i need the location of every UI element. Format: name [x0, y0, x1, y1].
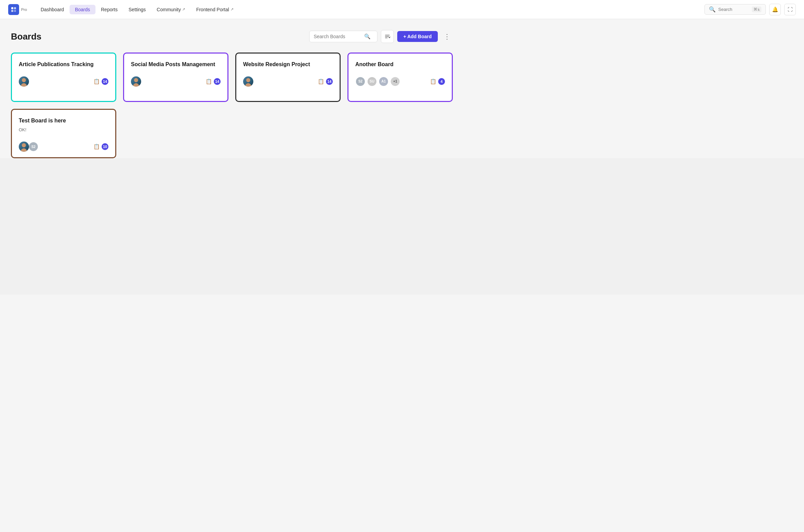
svg-rect-1	[14, 7, 16, 9]
task-icon: 📋	[93, 144, 100, 150]
global-search[interactable]: 🔍 ⌘ k	[704, 4, 766, 15]
external-link-icon: ↗	[230, 7, 234, 12]
nav-item-frontend-portal[interactable]: Frontend Portal ↗	[191, 5, 239, 14]
board-card-title: Article Publications Tracking	[19, 61, 108, 68]
task-badge: 📋 14	[318, 78, 333, 85]
avatar-su: SU	[367, 76, 377, 87]
search-boards-input[interactable]: 🔍	[309, 31, 377, 42]
board-card-title: Social Media Posts Management	[131, 61, 221, 68]
board-card-website-redesign[interactable]: Website Redesign Project 📋 14	[235, 53, 341, 102]
main-content: Boards 🔍 + Add Board ⋮ Article Publicati…	[0, 19, 464, 158]
svg-rect-2	[11, 10, 13, 12]
task-count: 10	[102, 143, 108, 150]
board-card-title: Test Board is here	[19, 117, 108, 124]
task-icon: 📋	[430, 78, 436, 85]
top-navigation: Pro Dashboard Boards Reports Settings Co…	[0, 0, 804, 19]
task-badge: 📋 14	[93, 78, 108, 85]
keyboard-shortcut: ⌘ k	[752, 6, 762, 12]
board-card-footer: S2 SU A1 +1 📋 4	[355, 76, 445, 87]
board-card-footer: 📋 14	[131, 76, 221, 87]
board-card-subtitle: OK!	[19, 127, 108, 132]
avatar-person	[19, 142, 29, 152]
nav-items: Dashboard Boards Reports Settings Commun…	[35, 5, 704, 14]
app-logo-icon	[8, 4, 19, 15]
board-card-footer: 📋 14	[19, 76, 108, 87]
board-card-social-media[interactable]: Social Media Posts Management 📋 14	[123, 53, 228, 102]
nav-item-dashboard[interactable]: Dashboard	[35, 5, 70, 14]
board-card-footer: S2 📋 10	[19, 142, 108, 152]
board-card-article-publications[interactable]: Article Publications Tracking 📋 14	[11, 53, 116, 102]
task-badge: 📋 4	[430, 78, 445, 85]
add-board-button[interactable]: + Add Board	[397, 31, 438, 42]
boards-grid: Article Publications Tracking 📋 14 Socia…	[11, 53, 453, 158]
avatar-s2: S2	[355, 76, 366, 87]
nav-item-reports[interactable]: Reports	[95, 5, 123, 14]
board-card-footer: 📋 14	[243, 76, 333, 87]
task-count: 4	[438, 78, 445, 85]
board-card-title: Website Redesign Project	[243, 61, 333, 68]
avatar-group: S2	[19, 142, 39, 152]
avatar-group	[131, 76, 141, 87]
task-icon: 📋	[93, 78, 100, 85]
notifications-button[interactable]: 🔔	[769, 4, 781, 15]
avatar-a1: A1	[378, 76, 389, 87]
search-boards-field[interactable]	[314, 34, 361, 39]
task-count: 14	[214, 78, 221, 85]
avatar-group	[19, 76, 29, 87]
more-options-button[interactable]: ⋮	[441, 31, 453, 42]
bottom-area	[0, 158, 804, 295]
task-badge: 📋 10	[93, 143, 108, 150]
avatar	[131, 76, 141, 87]
search-input[interactable]	[718, 7, 749, 12]
avatar	[19, 76, 29, 87]
task-count: 14	[326, 78, 333, 85]
avatar-group	[243, 76, 253, 87]
task-count: 14	[102, 78, 108, 85]
search-icon: 🔍	[709, 6, 716, 13]
nav-right-actions: 🔍 ⌘ k 🔔 ⛶	[704, 4, 796, 15]
search-boards-icon: 🔍	[364, 33, 371, 40]
svg-rect-3	[14, 10, 16, 12]
task-icon: 📋	[318, 78, 324, 85]
nav-item-community[interactable]: Community ↗	[151, 5, 191, 14]
logo-pro-label: Pro	[21, 8, 27, 12]
avatar-extra: +1	[390, 76, 400, 87]
external-link-icon: ↗	[182, 7, 185, 12]
fullscreen-button[interactable]: ⛶	[784, 4, 796, 15]
sort-icon	[384, 33, 390, 40]
avatar-group: S2 SU A1 +1	[355, 76, 400, 87]
task-icon: 📋	[206, 78, 212, 85]
board-card-title: Another Board	[355, 61, 445, 68]
logo-area[interactable]: Pro	[8, 4, 27, 15]
svg-rect-0	[11, 7, 13, 9]
page-title: Boards	[11, 31, 42, 42]
boards-header: Boards 🔍 + Add Board ⋮	[11, 30, 453, 43]
boards-actions: 🔍 + Add Board ⋮	[309, 30, 453, 43]
avatar-s2: S2	[28, 142, 39, 152]
nav-item-boards[interactable]: Boards	[70, 5, 95, 14]
board-card-another-board[interactable]: Another Board S2 SU A1 +1 📋 4	[347, 53, 453, 102]
board-card-test-board[interactable]: Test Board is here OK! S2 📋 10	[11, 109, 116, 158]
nav-item-settings[interactable]: Settings	[123, 5, 151, 14]
sort-button[interactable]	[381, 30, 394, 43]
task-badge: 📋 14	[206, 78, 221, 85]
avatar	[243, 76, 253, 87]
